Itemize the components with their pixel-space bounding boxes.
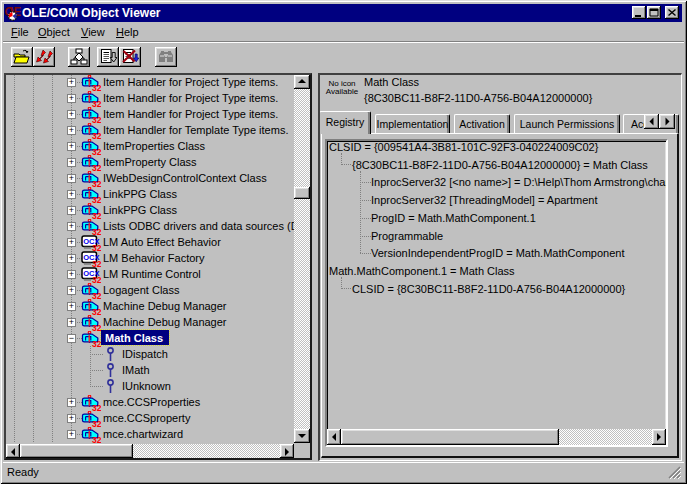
svg-text:32: 32 bbox=[92, 419, 101, 427]
svg-text:32: 32 bbox=[92, 275, 101, 283]
svg-text:32: 32 bbox=[92, 323, 101, 331]
svg-text:32: 32 bbox=[92, 435, 101, 443]
svg-text:32: 32 bbox=[92, 339, 101, 347]
svg-text:32: 32 bbox=[92, 115, 101, 123]
svg-text:32: 32 bbox=[92, 99, 101, 107]
svg-text:32: 32 bbox=[92, 307, 101, 315]
svg-text:32: 32 bbox=[92, 83, 101, 91]
svg-text:32: 32 bbox=[92, 211, 101, 219]
svg-text:32: 32 bbox=[92, 403, 101, 411]
svg-text:32: 32 bbox=[92, 163, 101, 171]
svg-text:32: 32 bbox=[92, 227, 101, 235]
svg-text:32: 32 bbox=[92, 131, 101, 139]
svg-text:32: 32 bbox=[92, 291, 101, 299]
svg-text:32: 32 bbox=[92, 243, 101, 251]
svg-text:32: 32 bbox=[92, 179, 101, 187]
svg-text:32: 32 bbox=[92, 147, 101, 155]
svg-text:32: 32 bbox=[92, 195, 101, 203]
svg-text:32: 32 bbox=[92, 259, 101, 267]
